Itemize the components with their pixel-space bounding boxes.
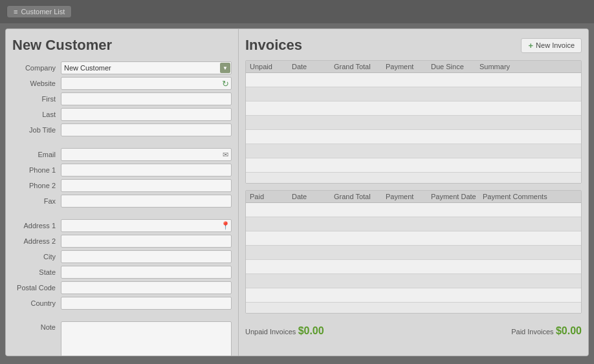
unpaid-amount: $0.00 [298,325,324,336]
table-row [246,87,581,102]
col-header-paid: Paid [250,193,292,200]
last-input-wrap [61,108,232,121]
phone2-input-wrap [61,179,232,192]
address2-input[interactable] [61,235,232,248]
last-row: Last [12,108,232,121]
paid-amount: $0.00 [556,325,582,336]
city-input[interactable] [61,250,232,263]
note-label: Note [12,321,61,331]
paid-invoices-label: Paid Invoices [511,328,553,336]
country-row: Country [12,297,232,310]
company-label: Company [12,64,61,72]
job-title-input[interactable] [61,123,232,136]
col-header-unpaid: Unpaid [250,63,292,70]
customer-list-label: Customer List [21,8,65,16]
email-label: Email [12,151,61,158]
job-title-input-wrap [61,123,232,136]
address1-row: Address 1 📍 [12,219,232,232]
fax-row: Fax [12,195,232,208]
col-header-date-unpaid: Date [292,63,334,70]
last-input[interactable] [61,108,232,121]
note-textarea[interactable] [61,321,232,356]
unpaid-total-group: Unpaid Invoices $0.00 [245,325,324,337]
postal-code-input-wrap [61,281,232,294]
table-row [246,158,581,173]
paid-total-group: Paid Invoices $0.00 [511,325,582,337]
fax-input[interactable] [61,195,232,208]
col-header-due-since: Due Since [431,63,479,70]
unpaid-invoices-table: Unpaid Date Grand Total Payment Due Sinc… [245,60,582,184]
paid-table-header: Paid Date Grand Total Payment Payment Da… [246,191,581,203]
note-input-wrap [61,321,232,356]
address1-label: Address 1 [12,222,61,230]
unpaid-table-header: Unpaid Date Grand Total Payment Due Sinc… [246,61,581,73]
phone2-row: Phone 2 [12,179,232,192]
note-row: Note [12,321,232,356]
paid-table-body[interactable] [246,203,581,313]
country-input-wrap [61,297,232,310]
fax-input-wrap [61,195,232,208]
email-icon[interactable]: ✉ [220,149,230,160]
unpaid-invoices-label: Unpaid Invoices [245,328,296,336]
col-header-grand-total-paid: Grand Total [334,193,386,200]
table-row [246,231,581,246]
table-row [246,130,581,144]
table-row [246,203,581,217]
website-input[interactable] [61,77,232,90]
city-label: City [12,253,61,261]
company-select-wrap: New Customer ▼ [61,61,232,74]
company-section: Company New Customer ▼ Website ↻ First [12,61,232,136]
email-input[interactable] [61,148,232,161]
phone1-input[interactable] [61,164,232,177]
table-row [246,246,581,260]
note-section: Note [12,321,232,356]
unpaid-table-body[interactable] [246,73,581,183]
table-row [246,116,581,130]
customer-list-button[interactable]: ≡ Customer List [6,5,72,18]
right-panel: Invoices + New Invoice Unpaid Date Grand… [239,29,588,356]
first-label: First [12,95,61,103]
table-row [246,144,581,158]
phone1-label: Phone 1 [12,166,61,174]
table-row [246,260,581,274]
address2-input-wrap [61,235,232,248]
new-invoice-button[interactable]: + New Invoice [521,38,582,53]
table-row [246,217,581,231]
address2-label: Address 2 [12,237,61,245]
postal-code-input[interactable] [61,281,232,294]
last-label: Last [12,111,61,118]
website-refresh-icon[interactable]: ↻ [220,78,230,89]
city-row: City [12,250,232,263]
address2-row: Address 2 [12,235,232,248]
col-header-summary: Summary [479,63,577,70]
invoices-header: Invoices + New Invoice [245,37,582,54]
phone2-label: Phone 2 [12,182,61,189]
state-input-wrap [61,266,232,279]
table-row [246,102,581,116]
title-bar: ≡ Customer List [0,0,594,23]
main-content: New Customer Company New Customer ▼ Webs… [5,28,589,356]
list-icon: ≡ [14,8,17,16]
new-invoice-label: New Invoice [536,41,575,49]
country-label: Country [12,299,61,307]
email-input-wrap: ✉ [61,148,232,161]
state-row: State [12,266,232,279]
first-input[interactable] [61,92,232,105]
address-pin-icon[interactable]: 📍 [220,220,230,231]
phone2-input[interactable] [61,179,232,192]
fax-label: Fax [12,197,61,205]
job-title-label: Job Title [12,126,61,134]
col-header-payment-unpaid: Payment [386,63,431,70]
table-row [246,288,581,303]
city-input-wrap [61,250,232,263]
country-input[interactable] [61,297,232,310]
col-header-grand-total-unpaid: Grand Total [334,63,386,70]
website-row: Website ↻ [12,77,232,90]
postal-code-row: Postal Code [12,281,232,294]
address1-input[interactable] [61,219,232,232]
state-input[interactable] [61,266,232,279]
contact-section: Email ✉ Phone 1 Phone 2 [12,148,232,208]
invoices-title: Invoices [245,37,302,54]
phone1-input-wrap [61,164,232,177]
company-select[interactable]: New Customer [61,61,232,74]
